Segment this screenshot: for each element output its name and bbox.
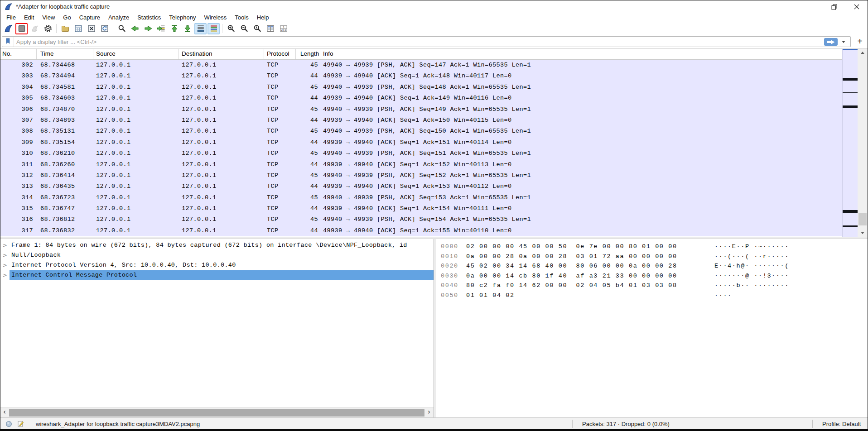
find-packet-button[interactable] — [116, 23, 128, 34]
close-file-button[interactable] — [85, 23, 97, 34]
hex-bytes[interactable]: 02 00 00 00 45 00 00 50 0e 7e 00 00 80 0… — [466, 242, 694, 252]
next-packet-button[interactable] — [142, 23, 154, 34]
menu-item[interactable]: Go — [59, 13, 75, 22]
hex-ascii[interactable]: ·····b·· ········ — [714, 281, 789, 291]
packet-row[interactable]: 311 68.736260 127.0.0.1 127.0.0.1 TCP 44… — [0, 159, 842, 170]
resize-columns-button[interactable] — [264, 23, 276, 34]
column-header-time[interactable]: Time — [37, 49, 93, 59]
hex-row[interactable]: 0040 80 c2 fa f0 14 62 00 00 02 04 05 b4… — [436, 281, 867, 291]
hex-ascii[interactable]: E··4·h@· ·······( — [714, 261, 789, 271]
packet-detail-row[interactable]: > Internet Control Message Protocol — [0, 270, 434, 280]
hex-ascii[interactable]: ···(···( ··r····· — [714, 252, 789, 262]
packet-minimap[interactable] — [842, 49, 858, 237]
menu-item[interactable]: Help — [253, 13, 273, 22]
profile-label[interactable]: Profile: Default — [822, 421, 861, 427]
expand-chevron-icon[interactable]: > — [0, 270, 10, 280]
menu-item[interactable]: Tools — [231, 13, 252, 22]
packet-row[interactable]: 303 68.734494 127.0.0.1 127.0.0.1 TCP 44… — [0, 71, 842, 81]
hex-row[interactable]: 0050 01 01 04 02 ···· — [436, 291, 867, 301]
column-header-length[interactable]: Length — [296, 49, 320, 59]
packet-row[interactable]: 305 68.734603 127.0.0.1 127.0.0.1 TCP 44… — [0, 93, 842, 104]
reload-file-button[interactable] — [98, 23, 111, 34]
scroll-down-button[interactable] — [858, 229, 868, 237]
packet-scrollbar-thumb[interactable] — [858, 213, 867, 225]
layout-columns-button[interactable]: 123 — [277, 23, 289, 34]
packet-detail-row[interactable]: > Internet Protocol Version 4, Src: 10.0… — [0, 260, 434, 270]
capture-comment-icon[interactable] — [17, 420, 24, 428]
scroll-left-button[interactable]: ‹ — [0, 408, 9, 417]
zoom-out-button[interactable] — [238, 23, 250, 34]
expand-chevron-icon[interactable]: > — [0, 250, 10, 260]
packet-detail-row[interactable]: > Null/Loopback — [0, 250, 434, 260]
column-header-source[interactable]: Source — [93, 49, 179, 59]
column-header-protocol[interactable]: Protocol — [264, 49, 296, 59]
packet-detail-row[interactable]: > Frame 1: 84 bytes on wire (672 bits), … — [0, 240, 434, 250]
hex-ascii[interactable]: ·······@ ··!3···· — [714, 271, 789, 281]
save-file-button[interactable] — [72, 23, 84, 34]
auto-scroll-button[interactable] — [194, 23, 207, 34]
hex-ascii[interactable]: ····E··P ·~······ — [714, 242, 789, 252]
go-to-packet-button[interactable] — [155, 23, 167, 34]
packet-row[interactable]: 313 68.736435 127.0.0.1 127.0.0.1 TCP 44… — [0, 181, 842, 192]
start-capture-button[interactable] — [2, 23, 14, 34]
packet-row[interactable]: 304 68.734581 127.0.0.1 127.0.0.1 TCP 45… — [0, 82, 842, 93]
hex-row[interactable]: 0030 0a 00 00 14 cb 80 1f 40 af a3 21 33… — [436, 271, 867, 281]
open-file-button[interactable] — [59, 23, 71, 34]
hex-row[interactable]: 0010 0a 00 00 28 0a 00 00 28 03 01 72 aa… — [436, 252, 867, 262]
packet-list-scrollbar[interactable] — [858, 49, 868, 237]
menu-item[interactable]: View — [38, 13, 59, 22]
hex-bytes[interactable]: 80 c2 fa f0 14 62 00 00 02 04 05 b4 01 0… — [466, 281, 694, 291]
menu-item[interactable]: Telephony — [165, 13, 200, 22]
expand-chevron-icon[interactable]: > — [0, 240, 10, 250]
zoom-in-button[interactable] — [225, 23, 237, 34]
stop-capture-button[interactable] — [15, 23, 28, 34]
expand-chevron-icon[interactable]: > — [0, 260, 10, 270]
menu-item[interactable]: Edit — [20, 13, 38, 22]
details-scrollbar-thumb[interactable] — [9, 409, 424, 417]
packet-row[interactable]: 312 68.736414 127.0.0.1 127.0.0.1 TCP 45… — [0, 170, 842, 181]
first-packet-button[interactable] — [168, 23, 180, 34]
last-packet-button[interactable] — [181, 23, 193, 34]
hex-bytes[interactable]: 0a 00 00 14 cb 80 1f 40 af a3 21 33 00 0… — [466, 271, 694, 281]
menu-item[interactable]: Statistics — [133, 13, 165, 22]
filter-bookmark-button[interactable] — [2, 37, 14, 47]
hex-bytes[interactable]: 45 02 00 34 14 68 40 00 80 06 00 00 0a 0… — [466, 261, 694, 271]
packet-row[interactable]: 308 68.735131 127.0.0.1 127.0.0.1 TCP 45… — [0, 126, 842, 137]
packet-row[interactable]: 315 68.736747 127.0.0.1 127.0.0.1 TCP 44… — [0, 203, 842, 214]
hex-bytes[interactable]: 01 01 04 02 — [466, 291, 694, 301]
hex-bytes[interactable]: 0a 00 00 28 0a 00 00 28 03 01 72 aa 00 0… — [466, 252, 694, 262]
packet-row[interactable]: 302 68.734468 127.0.0.1 127.0.0.1 TCP 45… — [0, 60, 842, 71]
previous-packet-button[interactable] — [129, 23, 141, 34]
apply-filter-button[interactable] — [824, 38, 838, 46]
packet-row[interactable]: 309 68.735154 127.0.0.1 127.0.0.1 TCP 44… — [0, 137, 842, 148]
scroll-right-button[interactable]: › — [425, 408, 433, 417]
column-header-no[interactable]: No. — [0, 49, 37, 59]
close-button[interactable] — [845, 0, 868, 13]
menu-item[interactable]: File — [2, 13, 20, 22]
menu-item[interactable]: Capture — [75, 13, 104, 22]
colorize-button[interactable] — [207, 23, 220, 34]
restart-capture-button[interactable] — [29, 23, 41, 34]
packet-row[interactable]: 306 68.734870 127.0.0.1 127.0.0.1 TCP 45… — [0, 104, 842, 115]
column-header-destination[interactable]: Destination — [179, 49, 264, 59]
details-scrollbar[interactable]: ‹ › — [0, 407, 434, 417]
column-header-info[interactable]: Info — [320, 49, 867, 59]
display-filter-field[interactable] — [2, 36, 851, 47]
minimize-button[interactable] — [801, 0, 823, 13]
hex-row[interactable]: 0020 45 02 00 34 14 68 40 00 80 06 00 00… — [436, 261, 867, 271]
hex-ascii[interactable]: ···· — [714, 291, 732, 301]
restore-button[interactable] — [823, 0, 845, 13]
expert-info-icon[interactable] — [5, 420, 13, 428]
zoom-reset-button[interactable] — [251, 23, 263, 34]
filter-dropdown-caret[interactable] — [842, 41, 845, 43]
display-filter-input[interactable] — [14, 37, 786, 46]
scroll-up-button[interactable] — [858, 49, 868, 57]
packet-row[interactable]: 310 68.736210 127.0.0.1 127.0.0.1 TCP 45… — [0, 148, 842, 159]
capture-options-button[interactable] — [42, 23, 54, 34]
packet-row[interactable]: 314 68.736723 127.0.0.1 127.0.0.1 TCP 45… — [0, 192, 842, 203]
packet-row[interactable]: 317 68.736832 127.0.0.1 127.0.0.1 TCP 44… — [0, 225, 842, 236]
packet-row[interactable]: 316 68.736812 127.0.0.1 127.0.0.1 TCP 45… — [0, 214, 842, 225]
menu-item[interactable]: Analyze — [104, 13, 133, 22]
hex-row[interactable]: 0000 02 00 00 00 45 00 00 50 0e 7e 00 00… — [436, 242, 867, 252]
menu-item[interactable]: Wireless — [200, 13, 231, 22]
